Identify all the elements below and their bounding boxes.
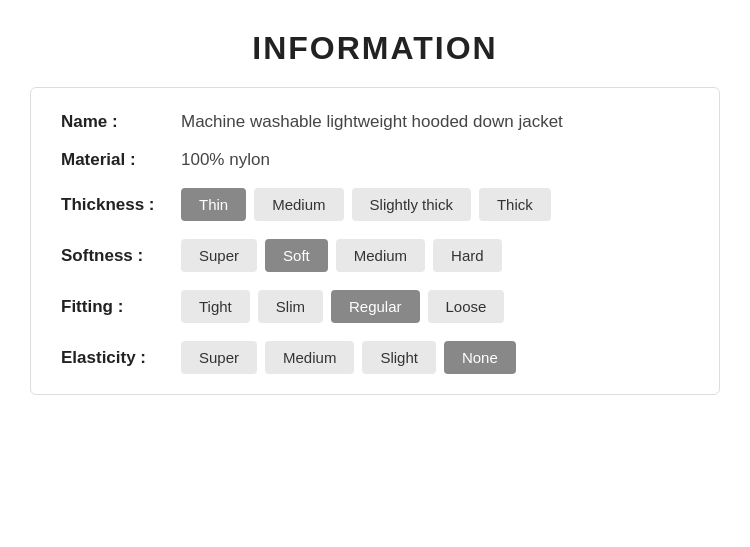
softness-row: Softness : SuperSoftMediumHard (61, 239, 689, 272)
option-btn-slim[interactable]: Slim (258, 290, 323, 323)
option-btn-medium[interactable]: Medium (254, 188, 343, 221)
option-btn-loose[interactable]: Loose (428, 290, 505, 323)
option-btn-medium[interactable]: Medium (336, 239, 425, 272)
option-btn-super[interactable]: Super (181, 239, 257, 272)
thickness-options: ThinMediumSlightly thickThick (181, 188, 551, 221)
option-btn-tight[interactable]: Tight (181, 290, 250, 323)
option-btn-thick[interactable]: Thick (479, 188, 551, 221)
option-btn-slight[interactable]: Slight (362, 341, 436, 374)
material-label: Material : (61, 150, 181, 170)
option-btn-none[interactable]: None (444, 341, 516, 374)
name-label: Name : (61, 112, 181, 132)
softness-label: Softness : (61, 246, 181, 266)
option-btn-hard[interactable]: Hard (433, 239, 502, 272)
page-title: INFORMATION (252, 30, 497, 67)
option-btn-soft[interactable]: Soft (265, 239, 328, 272)
fitting-label: Fitting : (61, 297, 181, 317)
option-btn-medium[interactable]: Medium (265, 341, 354, 374)
option-btn-super[interactable]: Super (181, 341, 257, 374)
info-card: Name : Machine washable lightweight hood… (30, 87, 720, 395)
option-btn-regular[interactable]: Regular (331, 290, 420, 323)
fitting-options: TightSlimRegularLoose (181, 290, 504, 323)
elasticity-options: SuperMediumSlightNone (181, 341, 516, 374)
name-row: Name : Machine washable lightweight hood… (61, 112, 689, 132)
option-btn-slightly-thick[interactable]: Slightly thick (352, 188, 471, 221)
elasticity-label: Elasticity : (61, 348, 181, 368)
fitting-row: Fitting : TightSlimRegularLoose (61, 290, 689, 323)
material-value: 100% nylon (181, 150, 270, 170)
name-value: Machine washable lightweight hooded down… (181, 112, 563, 132)
softness-options: SuperSoftMediumHard (181, 239, 502, 272)
elasticity-row: Elasticity : SuperMediumSlightNone (61, 341, 689, 374)
thickness-label: Thickness : (61, 195, 181, 215)
thickness-row: Thickness : ThinMediumSlightly thickThic… (61, 188, 689, 221)
material-row: Material : 100% nylon (61, 150, 689, 170)
option-btn-thin[interactable]: Thin (181, 188, 246, 221)
